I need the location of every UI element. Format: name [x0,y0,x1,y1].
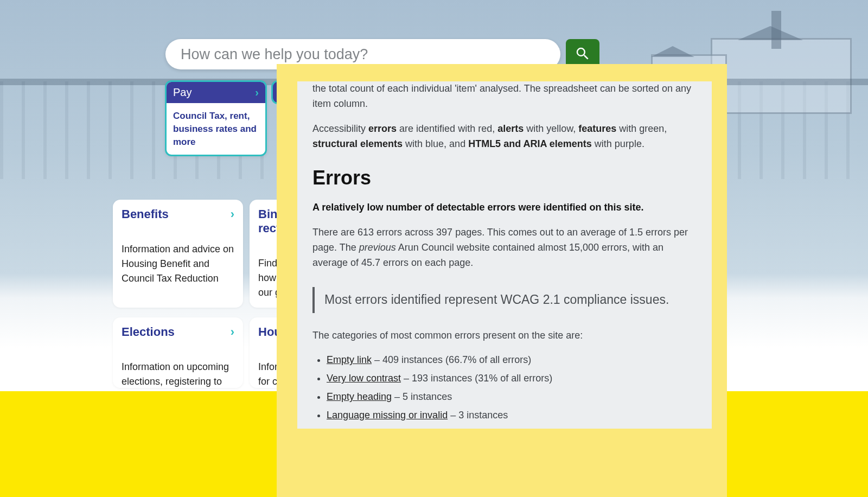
card-description: Information and advice on Housing Benefi… [122,242,234,286]
list-item: Empty link – 409 instances (66.7% of all… [327,353,697,368]
pay-title: Pay [173,86,192,99]
errors-list: Empty link – 409 instances (66.7% of all… [327,353,697,429]
error-link[interactable]: Missing or uninformative page title [327,428,475,429]
list-item: Empty heading – 5 instances [327,390,697,405]
card-benefits[interactable]: Benefits › Information and advice on Hou… [113,200,243,308]
card-description: Information on upcoming elections, regis… [122,360,234,388]
list-item: Missing or uninformative page title – 3 … [327,426,697,429]
article-pull-quote: Most errors identified represent WCAG 2.… [312,287,697,313]
article-heading-errors: Errors [312,163,697,193]
chevron-right-icon: › [231,207,234,221]
list-item: Language missing or invalid – 3 instance… [327,408,697,423]
article-body: the total count of each individual 'item… [297,81,712,429]
article-paragraph: There are 613 errors across 397 pages. T… [312,225,697,271]
list-item: Very low contrast – 193 instances (31% o… [327,371,697,386]
quick-action-pay[interactable]: Pay › Council Tax, rent, business rates … [165,80,267,156]
error-link[interactable]: Very low contrast [327,373,401,384]
pay-description: Council Tax, rent, business rates and mo… [167,103,265,155]
card-title: Elections [122,325,175,339]
article-paragraph: The categories of most common errors pre… [312,328,697,343]
search-icon [575,46,591,63]
error-link[interactable]: Empty heading [327,391,392,402]
card-title: Benefits [122,207,169,221]
article-paragraph: Accessibility errors are identified with… [312,122,697,152]
chevron-right-icon: › [231,325,234,339]
card-elections[interactable]: Elections › Information on upcoming elec… [113,317,243,388]
chevron-right-icon: › [255,86,259,99]
error-link[interactable]: Language missing or invalid [327,410,448,420]
error-link[interactable]: Empty link [327,354,372,365]
service-cards: Benefits › Information and advice on Hou… [113,200,293,388]
article-paragraph: the total count of each individual 'item… [312,81,697,112]
article-summary: A relatively low number of detectable er… [312,200,697,215]
